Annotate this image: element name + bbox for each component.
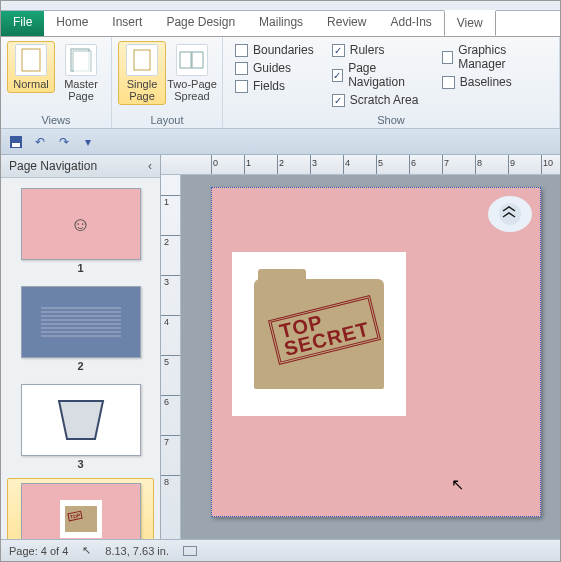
- svg-marker-8: [59, 401, 103, 439]
- tab-home[interactable]: Home: [44, 11, 100, 36]
- chk-label: Page Navigation: [348, 61, 424, 89]
- tab-addins[interactable]: Add-Ins: [378, 11, 443, 36]
- master-page-icon: [65, 44, 97, 76]
- horizontal-ruler[interactable]: 012345678910: [161, 155, 560, 175]
- chk-guides[interactable]: Guides: [235, 61, 314, 75]
- nav-header: Page Navigation ‹: [1, 155, 160, 178]
- thumbnail: [21, 286, 141, 358]
- page-navigation-pane: Page Navigation ‹ ☺ 1 2 3: [1, 155, 161, 539]
- checkbox-icon: [442, 51, 453, 64]
- tab-view[interactable]: View: [444, 10, 496, 36]
- object-size-icon: [183, 546, 197, 556]
- tab-page-design[interactable]: Page Design: [154, 11, 247, 36]
- vertical-ruler[interactable]: 12345678: [161, 175, 181, 539]
- save-button[interactable]: [7, 133, 25, 151]
- checkbox-icon: ✓: [332, 69, 343, 82]
- thumbnail: [21, 384, 141, 456]
- status-coords: 8.13, 7.63 in.: [105, 545, 169, 557]
- single-page-button[interactable]: Single Page: [118, 41, 166, 105]
- group-show: Boundaries Guides Fields ✓Rulers ✓Page N…: [223, 37, 560, 128]
- chk-scratch-area[interactable]: ✓Scratch Area: [332, 93, 424, 107]
- tab-insert[interactable]: Insert: [100, 11, 154, 36]
- status-bar: Page: 4 of 4 ↖ 8.13, 7.63 in.: [1, 539, 560, 561]
- two-page-label: Two-Page Spread: [167, 78, 217, 102]
- master-page-label: Master Page: [64, 78, 98, 102]
- chk-boundaries[interactable]: Boundaries: [235, 43, 314, 57]
- thumb-label: 2: [77, 360, 83, 372]
- folder-graphic: TOP SECRET: [254, 279, 384, 389]
- checkbox-icon: [235, 44, 248, 57]
- chk-baselines[interactable]: Baselines: [442, 75, 543, 89]
- chk-label: Guides: [253, 61, 291, 75]
- views-group-label: Views: [7, 112, 105, 126]
- undo-button[interactable]: ↶: [31, 133, 49, 151]
- tab-mailings[interactable]: Mailings: [247, 11, 315, 36]
- thumb-page-3[interactable]: 3: [7, 380, 154, 474]
- thumb-label: 1: [77, 262, 83, 274]
- tab-review[interactable]: Review: [315, 11, 378, 36]
- svg-rect-2: [73, 51, 91, 72]
- thumb-page-1[interactable]: ☺ 1: [7, 184, 154, 278]
- ribbon-tabs: File Home Insert Page Design Mailings Re…: [1, 11, 560, 37]
- nav-title: Page Navigation: [9, 159, 97, 173]
- redo-button[interactable]: ↷: [55, 133, 73, 151]
- normal-button[interactable]: Normal: [7, 41, 55, 93]
- single-page-icon: [126, 44, 158, 76]
- chk-fields[interactable]: Fields: [235, 79, 314, 93]
- checkbox-icon: ✓: [332, 44, 345, 57]
- page[interactable]: TOP SECRET: [211, 187, 541, 517]
- checkbox-icon: [442, 76, 455, 89]
- thumbnail: ☺: [21, 188, 141, 260]
- thumbnails[interactable]: ☺ 1 2 3 TOP 4: [1, 178, 160, 539]
- status-page[interactable]: Page: 4 of 4: [9, 545, 68, 557]
- collapse-nav-icon[interactable]: ‹: [148, 159, 152, 173]
- thumbnail: TOP: [21, 483, 141, 539]
- checkbox-icon: [235, 62, 248, 75]
- layout-group-label: Layout: [118, 112, 216, 126]
- thumb-page-4[interactable]: TOP 4: [7, 478, 154, 539]
- show-group-label: Show: [229, 112, 553, 126]
- corner-graphic[interactable]: [488, 196, 532, 232]
- chk-label: Boundaries: [253, 43, 314, 57]
- chk-label: Rulers: [350, 43, 385, 57]
- chk-label: Baselines: [460, 75, 512, 89]
- image-object[interactable]: TOP SECRET: [232, 252, 406, 416]
- ribbon: Normal Master Page Views Single Page Two…: [1, 37, 560, 129]
- svg-rect-5: [192, 52, 203, 68]
- svg-rect-0: [22, 49, 40, 71]
- qat-customize[interactable]: ▾: [79, 133, 97, 151]
- svg-rect-7: [12, 143, 20, 147]
- workspace: Page Navigation ‹ ☺ 1 2 3: [1, 155, 560, 539]
- single-page-label: Single Page: [127, 78, 158, 102]
- chk-rulers[interactable]: ✓Rulers: [332, 43, 424, 57]
- canvas[interactable]: TOP SECRET ↖: [181, 175, 560, 539]
- svg-rect-4: [180, 52, 191, 68]
- editor: 012345678910 12345678 TOP SECRET: [161, 155, 560, 539]
- pointer-icon: ↖: [82, 544, 91, 557]
- checkbox-icon: [235, 80, 248, 93]
- page-icon: [15, 44, 47, 76]
- quick-access-toolbar: ↶ ↷ ▾: [1, 129, 560, 155]
- two-page-button[interactable]: Two-Page Spread: [168, 41, 216, 105]
- chk-label: Scratch Area: [350, 93, 419, 107]
- chk-label: Graphics Manager: [458, 43, 543, 71]
- svg-rect-3: [134, 50, 150, 70]
- checkbox-icon: ✓: [332, 94, 345, 107]
- chk-label: Fields: [253, 79, 285, 93]
- master-page-button[interactable]: Master Page: [57, 41, 105, 105]
- group-views: Normal Master Page Views: [1, 37, 112, 128]
- group-layout: Single Page Two-Page Spread Layout: [112, 37, 223, 128]
- chk-page-navigation[interactable]: ✓Page Navigation: [332, 61, 424, 89]
- stamp-text: TOP SECRET: [268, 295, 381, 365]
- normal-label: Normal: [13, 78, 48, 90]
- thumb-page-2[interactable]: 2: [7, 282, 154, 376]
- chk-graphics-manager[interactable]: Graphics Manager: [442, 43, 543, 71]
- thumb-label: 3: [77, 458, 83, 470]
- tab-file[interactable]: File: [1, 11, 44, 36]
- two-page-icon: [176, 44, 208, 76]
